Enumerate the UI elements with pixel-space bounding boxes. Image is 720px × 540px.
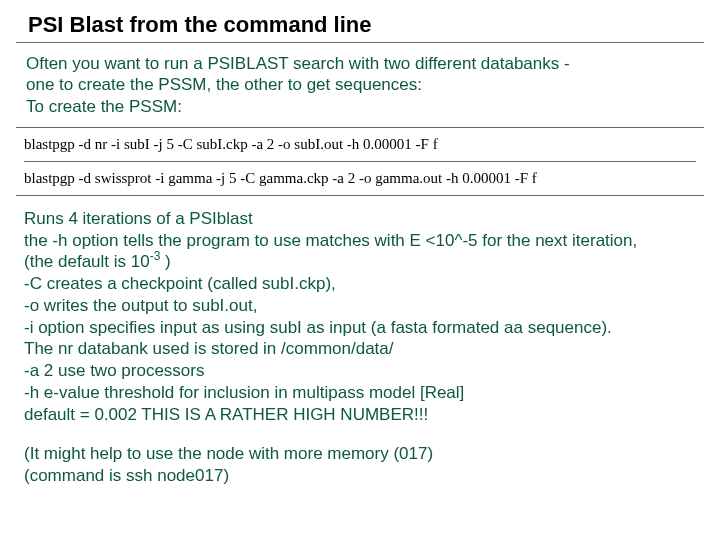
slide: PSI Blast from the command line Often yo… <box>0 0 720 487</box>
slide-title: PSI Blast from the command line <box>16 12 704 40</box>
intro-block: Often you want to run a PSIBLAST search … <box>16 53 704 117</box>
footnote-block: (It might help to use the node with more… <box>16 443 704 487</box>
intro-line-3: To create the PSSM: <box>26 96 704 117</box>
explain-line-7: The nr databank used is stored in /commo… <box>24 338 704 360</box>
title-rule <box>16 42 704 43</box>
explain-line-3: (the default is 10-3 ) <box>24 251 704 273</box>
explain-line-3-pre: (the default is 10 <box>24 252 150 271</box>
command-1: blastpgp -d nr -i subI -j 5 -C subI.ckp … <box>24 136 696 153</box>
explain-line-9: -h e-value threshold for inclusion in mu… <box>24 382 704 404</box>
explain-line-10: default = 0.002 THIS IS A RATHER HIGH NU… <box>24 404 704 426</box>
explain-line-4: -C creates a checkpoint (called subI.ckp… <box>24 273 704 295</box>
explain-line-3-post: ) <box>160 252 170 271</box>
explain-line-5: -o writes the output to subI.out, <box>24 295 704 317</box>
command-2: blastpgp -d swissprot -i gamma -j 5 -C g… <box>24 170 696 187</box>
command-separator <box>24 161 696 162</box>
explain-line-1: Runs 4 iterations of a PSIblast <box>24 208 704 230</box>
intro-line-1: Often you want to run a PSIBLAST search … <box>26 53 704 74</box>
footnote-line-1: (It might help to use the node with more… <box>24 443 704 465</box>
explain-line-6: -i option specifies input as using subI … <box>24 317 704 339</box>
intro-line-2: one to create the PSSM, the other to get… <box>26 74 704 95</box>
explain-line-8: -a 2 use two processors <box>24 360 704 382</box>
explain-line-2: the -h option tells the program to use m… <box>24 230 704 252</box>
footnote-line-2: (command is ssh node017) <box>24 465 704 487</box>
command-block: blastpgp -d nr -i subI -j 5 -C subI.ckp … <box>16 127 704 196</box>
explanation-block: Runs 4 iterations of a PSIblast the -h o… <box>16 208 704 426</box>
explain-line-3-sup: -3 <box>150 250 161 264</box>
